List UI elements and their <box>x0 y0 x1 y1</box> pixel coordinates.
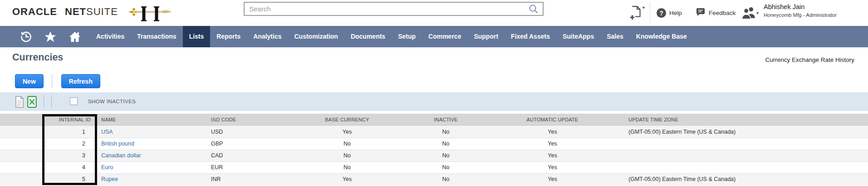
tab-knowledge-base[interactable]: Knowledge Base <box>630 26 693 47</box>
user-info: Abhishek Jain Honeycomb Mfg - Administra… <box>764 3 837 18</box>
cell-name: Euro <box>96 161 209 173</box>
oracle-netsuite-logo: ORACLE NETSUITE <box>12 6 118 18</box>
user-menu[interactable]: ▾ <box>741 5 759 21</box>
chevron-down-icon: ▾ <box>642 5 645 10</box>
cell-internal-id: 2 <box>43 138 96 150</box>
currency-link[interactable]: Euro <box>101 164 113 171</box>
currency-link[interactable]: Rupee <box>101 176 118 182</box>
refresh-button[interactable]: Refresh <box>61 74 100 88</box>
tab-fixed-assets[interactable]: Fixed Assets <box>505 26 556 47</box>
shortcuts-star-icon[interactable] <box>38 26 63 47</box>
net-wordmark: NET <box>65 6 86 17</box>
page-title: Currencies <box>12 52 63 63</box>
cell-automatic-update: Yes <box>510 126 594 138</box>
table-row: 2 British pound GBP No No Yes <box>0 138 868 150</box>
col-update-time-zone[interactable]: UPDATE TIME ZONE <box>594 114 868 126</box>
col-inactive[interactable]: INACTIVE <box>381 114 510 126</box>
tab-lists[interactable]: Lists <box>183 26 211 47</box>
help-label: Help <box>669 10 682 16</box>
col-automatic-update[interactable]: AUTOMATIC UPDATE <box>510 114 594 126</box>
cell-base-currency: No <box>313 161 381 173</box>
cell-automatic-update: Yes <box>510 173 594 185</box>
feedback-icon <box>696 7 706 19</box>
cell-name: USA <box>96 126 209 138</box>
create-new-record-icon[interactable]: ▾ <box>630 5 645 20</box>
currency-exchange-rate-history-link[interactable]: Currency Exchange Rate History <box>765 56 854 63</box>
tab-customization[interactable]: Customization <box>288 26 344 47</box>
button-divider <box>52 74 52 88</box>
col-iso-code[interactable]: ISO CODE <box>209 114 313 126</box>
print-list-icon[interactable] <box>15 96 24 110</box>
table-row: 3 Canadian dollar CAD No No Yes <box>0 150 868 161</box>
tab-suiteapps[interactable]: SuiteApps <box>556 26 600 47</box>
cell-base-currency: No <box>313 138 381 150</box>
cell-update-time-zone <box>594 138 868 150</box>
feedback-label: Feedback <box>709 10 736 16</box>
nav-quick-icons <box>14 26 87 47</box>
tab-support[interactable]: Support <box>467 26 505 47</box>
currency-link[interactable]: USA <box>101 129 113 135</box>
tab-activities[interactable]: Activities <box>90 26 131 47</box>
table-row: 4 Euro EUR No No Yes <box>0 161 868 173</box>
cell-iso-code: USD <box>209 126 313 138</box>
cell-internal-id: 3 <box>43 150 96 161</box>
currency-link[interactable]: British pound <box>101 141 134 147</box>
new-button[interactable]: New <box>15 74 44 88</box>
cell-update-time-zone <box>594 161 868 173</box>
global-search <box>244 2 544 16</box>
recent-records-icon[interactable] <box>14 26 38 47</box>
table-header-row: INTERNAL ID NAME ISO CODE BASE CURRENCY … <box>0 114 868 126</box>
home-icon[interactable] <box>63 26 87 47</box>
cell-iso-code: GBP <box>209 138 313 150</box>
cell-automatic-update: Yes <box>510 138 594 150</box>
tab-sales[interactable]: Sales <box>600 26 630 47</box>
suite-wordmark: SUITE <box>86 6 118 17</box>
table-row: 5 Rupee INR Yes No Yes (GMT-05:00) Easte… <box>0 173 868 185</box>
cell-name: British pound <box>96 138 209 150</box>
tab-analytics[interactable]: Analytics <box>247 26 288 47</box>
user-avatar-icon <box>741 5 756 21</box>
cell-base-currency: No <box>313 150 381 161</box>
cell-internal-id: 5 <box>43 173 96 185</box>
cell-internal-id: 1 <box>43 126 96 138</box>
cell-base-currency: Yes <box>313 173 381 185</box>
topbar-divider <box>650 2 650 24</box>
col-internal-id[interactable]: INTERNAL ID <box>43 114 96 126</box>
tab-commerce[interactable]: Commerce <box>422 26 467 47</box>
chevron-down-icon: ▾ <box>756 11 759 15</box>
tab-documents[interactable]: Documents <box>344 26 392 47</box>
cell-automatic-update: Yes <box>510 150 594 161</box>
oracle-wordmark: ORACLE <box>12 6 57 17</box>
top-bar: ORACLE NETSUITE <box>0 0 868 26</box>
cell-update-time-zone: (GMT-05:00) Eastern Time (US & Canada) <box>594 126 868 138</box>
tab-reports[interactable]: Reports <box>210 26 247 47</box>
help-button[interactable]: ? Help <box>657 0 682 26</box>
search-input[interactable] <box>244 2 544 16</box>
col-name[interactable]: NAME <box>96 114 209 126</box>
content-area: Currencies Currency Exchange Rate Histor… <box>0 47 868 186</box>
tab-transactions[interactable]: Transactions <box>131 26 182 47</box>
table-row: 1 USA USD Yes No Yes (GMT-05:00) Eastern… <box>0 126 868 138</box>
user-role: Honeycomb Mfg - Administrator <box>764 12 837 18</box>
search-icon[interactable] <box>528 4 539 16</box>
feedback-button[interactable]: Feedback <box>696 0 736 26</box>
cell-inactive: No <box>381 138 510 150</box>
cell-inactive: No <box>381 173 510 185</box>
main-nav-bar: Activities Transactions Lists Reports An… <box>0 26 868 47</box>
currency-link[interactable]: Canadian dollar <box>101 152 141 159</box>
cell-update-time-zone <box>594 150 868 161</box>
cell-inactive: No <box>381 150 510 161</box>
cell-update-time-zone: (GMT-05:00) Eastern Time (US & Canada) <box>594 173 868 185</box>
cell-name: Rupee <box>96 173 209 185</box>
gutter-column <box>0 114 43 126</box>
col-base-currency[interactable]: BASE CURRENCY <box>313 114 381 126</box>
export-excel-icon[interactable] <box>27 96 37 110</box>
cell-internal-id: 4 <box>43 161 96 173</box>
action-buttons: New Refresh <box>15 74 100 88</box>
list-toolbar: SHOW INACTIVES <box>0 92 868 111</box>
show-inactives-checkbox[interactable] <box>70 97 78 105</box>
tab-setup[interactable]: Setup <box>392 26 422 47</box>
cell-iso-code: EUR <box>209 161 313 173</box>
toolbar-divider <box>44 95 44 108</box>
cell-name: Canadian dollar <box>96 150 209 161</box>
